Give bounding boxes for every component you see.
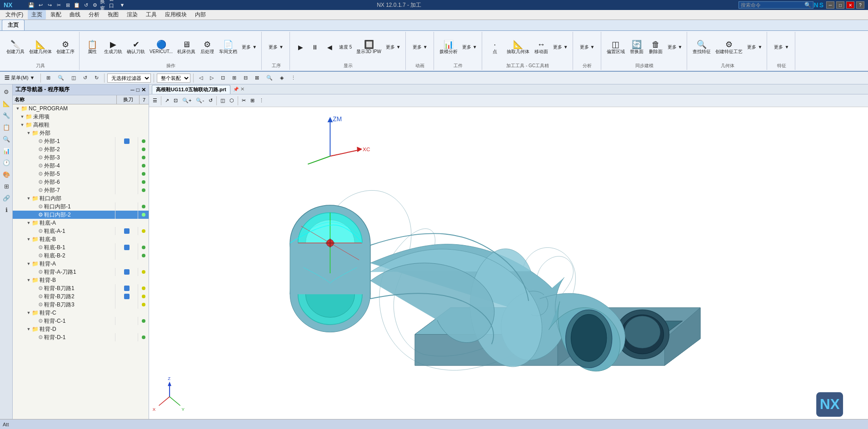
workpiece-more-button[interactable]: 更多▼ xyxy=(460,44,479,51)
filter-select[interactable]: 无选择过滤器 xyxy=(107,74,151,83)
toggle[interactable]: ▼ xyxy=(25,278,32,282)
viewport-pin-icon[interactable]: 📌 xyxy=(233,87,239,92)
toggle[interactable]: ▼ xyxy=(19,123,25,127)
create-tool-button[interactable]: 🔪 创建刀具 xyxy=(5,39,26,55)
tree-waibu-1[interactable]: ⚙ 外部-1 xyxy=(13,137,149,145)
tree-xiebeB-1[interactable]: ⚙ 鞋背-B刀路1 xyxy=(13,284,149,292)
offset-region-button[interactable]: ◫ 偏置区域 xyxy=(605,39,627,55)
tb2-icon3[interactable]: ◫ xyxy=(69,74,79,82)
tree-waibu-4[interactable]: ⚙ 外部-4 xyxy=(13,162,149,170)
tree-xiebeB-2[interactable]: ⚙ 鞋背-B刀路2 xyxy=(13,292,149,301)
back-button[interactable]: ◀ xyxy=(323,43,336,51)
qa-cut[interactable]: ✂ xyxy=(55,1,63,9)
tree-waibu-7[interactable]: ⚙ 外部-7 xyxy=(13,186,149,194)
vp-tb-grid[interactable]: ⊞ xyxy=(249,97,256,104)
display-more-button[interactable]: 更多▼ xyxy=(384,44,403,51)
replace-face-button[interactable]: 🔄 替换面 xyxy=(628,39,646,55)
machine-sim-button[interactable]: 🖥 机床仿真 xyxy=(175,39,197,55)
toggle[interactable]: ▼ xyxy=(25,221,32,225)
viewport-close[interactable]: ✕ xyxy=(240,86,244,92)
tb2-icon5[interactable]: ↻ xyxy=(92,74,101,82)
sidebar-icon-settings[interactable]: ⚙ xyxy=(1,86,12,97)
tree-xiebeD[interactable]: ▼ 📁 鞋背-D xyxy=(13,325,149,333)
vp-tb-wireframe[interactable]: ⬡ xyxy=(228,97,236,104)
sidebar-icon-tools[interactable]: 🔧 xyxy=(1,110,12,121)
tb2-view-btn6[interactable]: ⊠ xyxy=(252,74,262,82)
qa-paste[interactable]: 📋 xyxy=(73,1,81,9)
tree-waibu-2[interactable]: ⚙ 外部-2 xyxy=(13,145,149,153)
toggle[interactable]: ▼ xyxy=(25,311,32,315)
qa-more[interactable]: ▼ xyxy=(118,1,126,9)
tb2-view-btn5[interactable]: ⊟ xyxy=(241,74,250,82)
tree-waibu-3[interactable]: ⚙ 外部-3 xyxy=(13,153,149,162)
tree-xiebeC[interactable]: ▼ 📁 鞋背-C xyxy=(13,309,149,317)
tree-xiedeB-1[interactable]: ⚙ 鞋底-B-1 xyxy=(13,243,149,251)
sidebar-icon-analysis[interactable]: 📊 xyxy=(1,145,12,156)
play-button[interactable]: ▶ xyxy=(294,43,307,51)
tree-xiedeA[interactable]: ▼ 📁 鞋底-A xyxy=(13,219,149,227)
generate-toolpath-button[interactable]: ▶ 生成刀轨 xyxy=(102,39,124,55)
search-box[interactable]: 🔍 xyxy=(738,1,813,9)
menu-home[interactable]: 主页 xyxy=(28,10,46,20)
toggle[interactable]: ▼ xyxy=(25,261,32,266)
menu-internal[interactable]: 内部 xyxy=(191,10,210,20)
tb2-view-btn3[interactable]: ⊡ xyxy=(218,74,228,82)
help-button[interactable]: ? xyxy=(856,1,864,9)
create-geometry-button[interactable]: 📐 创建几何体 xyxy=(27,39,54,55)
draft-analysis-button[interactable]: 📊 拨模分析 xyxy=(438,39,459,55)
tb2-view-btn2[interactable]: ▷ xyxy=(207,74,216,82)
tb2-icon4[interactable]: ↺ xyxy=(80,74,90,82)
qa-redo[interactable]: ↪ xyxy=(45,1,54,9)
toggle[interactable]: ▼ xyxy=(25,196,32,201)
vericut-button[interactable]: 🔵 VERICUT... xyxy=(148,39,175,55)
tree-xiekouneibu-2[interactable]: ⚙ 鞋口内部-2 xyxy=(13,211,149,219)
sidebar-icon-geometry[interactable]: 📐 xyxy=(1,98,12,109)
vp-tb-section[interactable]: ✂ xyxy=(240,97,248,104)
sidebar-icon-link[interactable]: 🔗 xyxy=(1,192,12,203)
nav-maximize[interactable]: □ xyxy=(136,87,140,93)
tree-xiebeA-1[interactable]: ⚙ 鞋背-A-刀路1 xyxy=(13,268,149,276)
tree-waibu-6[interactable]: ⚙ 外部-6 xyxy=(13,178,149,186)
menu-render[interactable]: 渲染 xyxy=(123,10,141,20)
vp-tb-zoom-out[interactable]: 🔍- xyxy=(194,97,206,104)
nav-close[interactable]: ✕ xyxy=(141,87,146,93)
qa-switch[interactable]: 切换窗口 xyxy=(100,1,108,9)
tree-root[interactable]: ▼ 📁 NC_PROGRAM xyxy=(13,104,149,113)
tree-xiekouneibu[interactable]: ▼ 📁 鞋口内部 xyxy=(13,194,149,202)
postprocess-button[interactable]: ⚙ 后处理 xyxy=(198,39,216,55)
ribbon-tab-home[interactable]: 主页 xyxy=(2,20,25,30)
toggle[interactable]: ▼ xyxy=(25,131,32,135)
sidebar-icon-info[interactable]: ℹ xyxy=(1,204,12,215)
pause-button[interactable]: ⏸ xyxy=(308,43,322,51)
vp-tb-zoom-in[interactable]: 🔍+ xyxy=(180,97,193,104)
tb2-view-btn1[interactable]: ◁ xyxy=(196,74,205,82)
qa-settings[interactable]: ⚙ xyxy=(91,1,99,9)
tree-xiebeB-3[interactable]: ⚙ 鞋背-B刀路3 xyxy=(13,301,149,309)
qa-save[interactable]: 💾 xyxy=(27,1,35,9)
toggle[interactable]: ▼ xyxy=(15,106,21,111)
menu-tools[interactable]: 工具 xyxy=(142,10,160,20)
toggle[interactable]: ▼ xyxy=(25,237,32,242)
vp-tb-more[interactable]: ⋮ xyxy=(257,97,266,104)
tb2-view-btn9[interactable]: ⋮ xyxy=(288,74,299,82)
speed-input[interactable]: 速度 5 xyxy=(337,44,354,51)
vp-tb-trimetric[interactable]: ↗ xyxy=(163,97,171,104)
tree-xiedeB[interactable]: ▼ 📁 鞋底-B xyxy=(13,235,149,243)
feature-more-button[interactable]: 更多▼ xyxy=(772,44,791,51)
create-operation-button[interactable]: ⚙ 创建工序 xyxy=(55,39,76,55)
tree-waibu[interactable]: ▼ 📁 外部 xyxy=(13,129,149,137)
tb2-icon1[interactable]: ⊞ xyxy=(44,74,53,82)
qa-refresh[interactable]: ↺ xyxy=(82,1,90,9)
menu-curve[interactable]: 曲线 xyxy=(66,10,84,20)
tree-xiebeC-1[interactable]: ⚙ 鞋背-C-1 xyxy=(13,317,149,325)
sidebar-icon-grid[interactable]: ⊞ xyxy=(1,181,12,192)
extract-geo-button[interactable]: 📐 抽取几何体 xyxy=(505,39,531,55)
tree-xiekouneibu-1[interactable]: ⚙ 鞋口内部-1 xyxy=(13,202,149,211)
attr-button[interactable]: 📋 属性 xyxy=(83,39,101,55)
anim-more-button[interactable]: 更多▼ xyxy=(411,44,429,51)
shop-doc-button[interactable]: 📄 车间文档 xyxy=(217,39,239,55)
machining-more-button[interactable]: 更多▼ xyxy=(551,44,570,51)
tree-xiebeB[interactable]: ▼ 📁 鞋背-B xyxy=(13,276,149,284)
tree-xiedeB-2[interactable]: ⚙ 鞋底-B-2 xyxy=(13,251,149,260)
sidebar-icon-search[interactable]: 🔍 xyxy=(1,133,12,144)
